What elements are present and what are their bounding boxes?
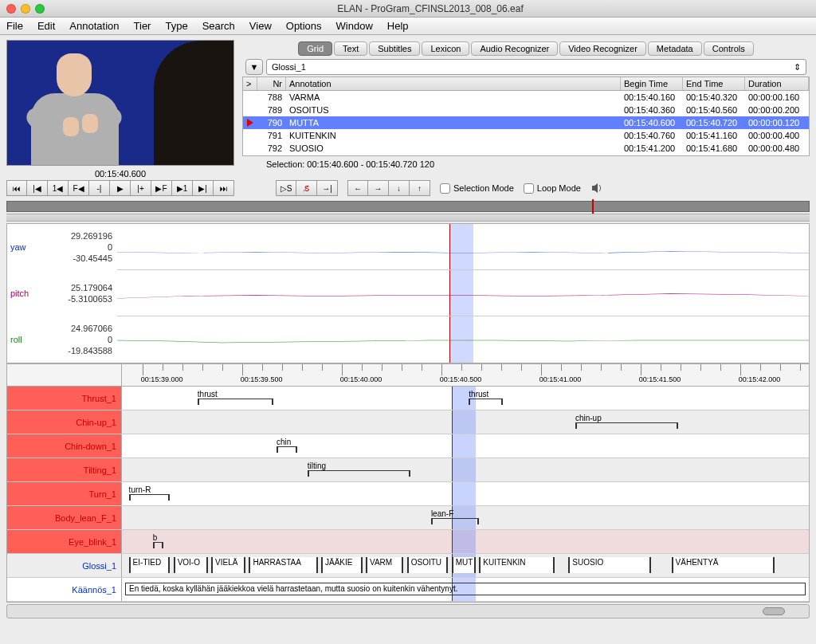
gloss-annotation[interactable]: JÄÄKIE [321, 557, 363, 573]
grid-row[interactable]: 792 SUOSIO 00:15:41.200 00:15:41.680 00:… [243, 142, 809, 155]
step-back-button[interactable]: -| [89, 180, 110, 196]
annotation-segment[interactable]: turn-R [129, 485, 171, 501]
gloss-annotation[interactable]: KUITENKIN [479, 557, 555, 573]
tab-grid[interactable]: Grid [298, 41, 332, 56]
play-selection-button[interactable]: ▷S [276, 180, 296, 196]
tier-label[interactable]: Eye_blink_1 [7, 530, 122, 553]
annotation-segment[interactable]: chin [277, 438, 297, 453]
step-fwd-button[interactable]: |+ [131, 180, 151, 196]
menu-file[interactable]: File [6, 20, 23, 32]
grid-row[interactable]: 791 KUITENKIN 00:15:40.760 00:15:41.160 … [243, 129, 809, 142]
tier-track[interactable]: EI-TIEDVOI-OVIELÄHARRASTAAJÄÄKIEVARMOSOI… [122, 554, 809, 577]
menu-help[interactable]: Help [387, 20, 409, 32]
tier-label[interactable]: Thrust_1 [7, 387, 122, 410]
zoom-window-button[interactable] [35, 4, 45, 14]
minimize-window-button[interactable] [21, 4, 30, 14]
move-right-button[interactable]: → [368, 180, 389, 196]
gloss-annotation[interactable]: EI-TIED [129, 557, 171, 573]
loop-mode-checkbox[interactable]: Loop Mode [524, 183, 581, 194]
tier-track[interactable]: chin [122, 434, 809, 457]
video-viewer[interactable] [6, 40, 234, 166]
tier-row[interactable]: Body_lean_F_1lean-F [7, 506, 809, 530]
next-scroll-button[interactable]: ▶| [193, 180, 214, 196]
prev-scroll-button[interactable]: |◀ [27, 180, 48, 196]
menu-window[interactable]: Window [336, 20, 373, 32]
timeline-scrollbar[interactable] [6, 604, 810, 618]
tab-subtitles[interactable]: Subtitles [369, 41, 420, 56]
tier-label[interactable]: Glossi_1 [7, 554, 122, 577]
menu-search[interactable]: Search [202, 20, 235, 32]
tier-label[interactable]: Tilting_1 [7, 458, 122, 481]
annotation-grid[interactable]: > Nr Annotation Begin Time End Time Dura… [242, 77, 810, 156]
tier-track[interactable]: lean-F [122, 506, 809, 529]
tier-track[interactable]: tilting [122, 458, 809, 481]
selection-mode-checkbox[interactable]: Selection Mode [440, 183, 514, 194]
grid-header-duration[interactable]: Duration [745, 77, 809, 90]
move-left-button[interactable]: ← [347, 180, 368, 196]
speaker-icon[interactable] [590, 183, 603, 194]
tab-text[interactable]: Text [334, 41, 367, 56]
gloss-annotation[interactable]: VÄHENTYÄ [672, 557, 775, 573]
menu-tier[interactable]: Tier [134, 20, 151, 32]
tier-label[interactable]: Käännös_1 [7, 578, 122, 601]
goto-begin-button[interactable]: ⏮ [6, 180, 27, 196]
clear-selection-button[interactable]: S̸ [296, 180, 317, 196]
tier-row[interactable]: Glossi_1EI-TIEDVOI-OVIELÄHARRASTAAJÄÄKIE… [7, 554, 809, 578]
translation-annotation[interactable]: En tiedä, koska kyllähän jääkiekkoa viel… [125, 583, 806, 595]
tab-video-recognizer[interactable]: Video Recognizer [559, 41, 646, 56]
play-button[interactable]: ▶ [110, 180, 131, 196]
grid-row[interactable]: 789 OSOITUS 00:15:40.360 00:15:40.560 00… [243, 104, 809, 116]
menu-annotation[interactable]: Annotation [69, 20, 119, 32]
annotation-density-bar[interactable] [6, 201, 810, 212]
annotation-segment[interactable]: b [153, 533, 163, 548]
annotation-segment[interactable]: lean-F [431, 509, 479, 524]
tier-label[interactable]: Chin-down_1 [7, 434, 122, 457]
go-fwd-second-button[interactable]: ▶1 [172, 180, 193, 196]
tier-label[interactable]: Body_lean_F_1 [7, 506, 122, 529]
timeline-viewer[interactable]: 00:15:39.00000:15:39.50000:15:40.00000:1… [6, 363, 810, 603]
gloss-annotation[interactable]: VARM [366, 557, 403, 573]
tab-metadata[interactable]: Metadata [648, 41, 702, 56]
tier-row[interactable]: Käännös_1En tiedä, koska kyllähän jääkie… [7, 578, 809, 602]
timeseries-viewer[interactable]: yaw 29.2691960-30.45445 pitch 25.179064-… [6, 223, 810, 363]
tier-track[interactable]: turn-R [122, 482, 809, 505]
grid-header-end[interactable]: End Time [683, 77, 745, 90]
grid-header-annotation[interactable]: Annotation [286, 77, 621, 90]
grid-row[interactable]: 790 MUTTA 00:15:40.600 00:15:40.720 00:0… [243, 116, 809, 129]
gloss-annotation[interactable]: MUT [452, 557, 476, 573]
tier-row[interactable]: Turn_1turn-R [7, 482, 809, 506]
tier-label[interactable]: Turn_1 [7, 482, 122, 505]
annotation-segment[interactable]: chin-up [575, 414, 678, 429]
grid-header-nr[interactable]: Nr [257, 77, 286, 90]
tier-track[interactable]: En tiedä, koska kyllähän jääkiekkoa viel… [122, 578, 809, 601]
goto-end-button[interactable]: ⏭ [214, 180, 234, 196]
grid-mode-dropdown[interactable]: ▼ [245, 59, 263, 75]
tier-row[interactable]: Thrust_1thrustthrust [7, 387, 809, 410]
gloss-annotation[interactable]: SUOSIO [568, 557, 650, 573]
move-down-button[interactable]: ↓ [389, 180, 410, 196]
gloss-annotation[interactable]: HARRASTAA [249, 557, 317, 573]
menu-view[interactable]: View [249, 20, 272, 32]
tier-row[interactable]: Eye_blink_1b [7, 530, 809, 554]
gloss-annotation[interactable]: VOI-O [174, 557, 208, 573]
tab-controls[interactable]: Controls [704, 41, 754, 56]
scrollbar-thumb[interactable] [763, 607, 785, 615]
tier-row[interactable]: Tilting_1tilting [7, 458, 809, 482]
grid-row[interactable]: 788 VARMA 00:15:40.160 00:15:40.320 00:0… [243, 91, 809, 104]
tier-track[interactable]: chin-up [122, 410, 809, 434]
menu-edit[interactable]: Edit [37, 20, 55, 32]
prev-frame-button[interactable]: F◀ [69, 180, 89, 196]
annotation-segment[interactable]: thrust [198, 390, 273, 405]
annotation-segment[interactable]: thrust [469, 390, 503, 405]
close-window-button[interactable] [6, 4, 16, 14]
tier-track[interactable]: b [122, 530, 809, 553]
time-ruler[interactable]: 00:15:39.00000:15:39.50000:15:40.00000:1… [122, 364, 809, 386]
grid-header-play[interactable]: > [243, 77, 257, 90]
tier-track[interactable]: thrustthrust [122, 387, 809, 410]
gloss-annotation[interactable]: VIELÄ [211, 557, 245, 573]
tab-audio-recognizer[interactable]: Audio Recognizer [471, 41, 558, 56]
gloss-annotation[interactable]: OSOITU [407, 557, 449, 573]
tier-row[interactable]: Chin-down_1chin [7, 434, 809, 458]
annotation-segment[interactable]: tilting [308, 461, 410, 477]
grid-header-begin[interactable]: Begin Time [621, 77, 683, 90]
